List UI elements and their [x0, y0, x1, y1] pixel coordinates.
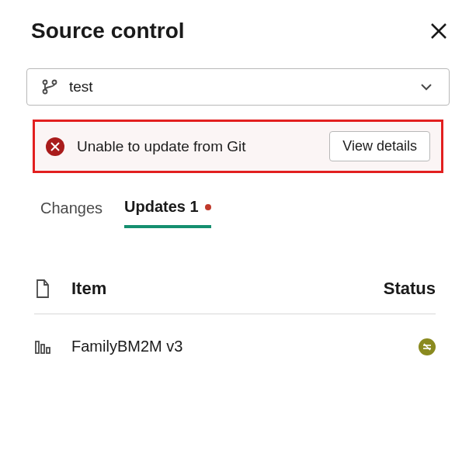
tab-changes-label: Changes — [40, 199, 102, 217]
tab-updates-label: Updates 1 — [124, 198, 199, 216]
svg-rect-9 — [47, 348, 50, 353]
file-icon — [34, 278, 51, 300]
view-details-button[interactable]: View details — [329, 131, 430, 161]
branch-name: test — [69, 78, 407, 95]
status-badge — [419, 338, 436, 355]
page-title: Source control — [31, 19, 185, 43]
close-icon[interactable] — [429, 22, 448, 40]
svg-point-4 — [53, 81, 57, 85]
error-icon — [46, 137, 64, 156]
table-row[interactable]: FamilyBM2M v3 — [34, 338, 436, 355]
svg-point-3 — [43, 90, 47, 94]
error-banner: Unable to update from Git View details — [33, 120, 443, 173]
svg-point-2 — [43, 81, 47, 85]
column-status-header: Status — [384, 279, 436, 299]
tab-changes[interactable]: Changes — [40, 199, 102, 227]
error-message: Unable to update from Git — [77, 138, 317, 155]
tabs: Changes Updates 1 — [40, 198, 476, 228]
item-name: FamilyBM2M v3 — [71, 338, 398, 355]
column-item-header: Item — [71, 279, 363, 299]
table-header: Item Status — [34, 278, 436, 314]
branch-selector[interactable]: test — [26, 68, 450, 106]
svg-rect-7 — [36, 341, 39, 353]
svg-rect-8 — [41, 345, 44, 353]
branch-icon — [41, 78, 58, 95]
tab-updates[interactable]: Updates 1 — [124, 198, 211, 228]
bar-chart-icon — [34, 338, 51, 355]
update-indicator-dot — [205, 204, 211, 210]
chevron-down-icon — [418, 78, 435, 95]
